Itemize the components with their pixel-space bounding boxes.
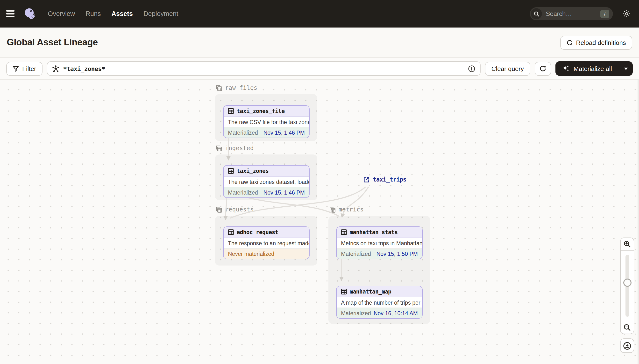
- asset-description: The raw taxi zones dataset, loaded int…: [224, 177, 309, 187]
- nav-runs[interactable]: Runs: [86, 10, 101, 18]
- filter-button[interactable]: Filter: [6, 62, 43, 76]
- top-nav: Overview Runs Assets Deployment Search… …: [0, 0, 639, 28]
- nav-assets[interactable]: Assets: [112, 10, 133, 18]
- table-icon: [341, 229, 347, 235]
- asset-node-manhattan-stats[interactable]: manhattan_stats Metrics on taxi trips in…: [336, 226, 423, 259]
- asset-status: Materialized: [228, 130, 258, 136]
- materialize-all-button[interactable]: Materialize all: [555, 65, 619, 72]
- dagster-logo-icon[interactable]: [24, 8, 36, 20]
- materialize-all-split-button: Materialize all: [555, 61, 633, 76]
- search-icon: [531, 8, 542, 19]
- filter-funnel-icon: [13, 66, 19, 72]
- asset-node-taxi-zones-file[interactable]: taxi_zones_file The raw CSV file for the…: [223, 105, 310, 138]
- zoom-out-button[interactable]: [620, 321, 634, 334]
- zoom-in-button[interactable]: [620, 238, 634, 250]
- info-icon[interactable]: [468, 65, 475, 72]
- page-header: Global Asset Lineage Reload definitions: [0, 28, 639, 58]
- zoom-slider[interactable]: [620, 250, 634, 321]
- asset-description: The response to an request made in th…: [224, 238, 309, 248]
- asset-selection-input[interactable]: *taxi_zones*: [47, 61, 481, 76]
- zoom-in-icon: [623, 240, 631, 248]
- external-link-icon: [363, 176, 369, 183]
- app-window: Overview Runs Assets Deployment Search… …: [0, 0, 639, 364]
- nav-deployment[interactable]: Deployment: [144, 10, 178, 18]
- table-icon: [341, 289, 347, 294]
- table-icon: [228, 168, 234, 174]
- graph-query-icon: [52, 65, 60, 72]
- asset-description: The raw CSV file for the taxi zones dat…: [224, 117, 309, 128]
- search-placeholder: Search…: [546, 10, 596, 18]
- asset-description: A map of the number of trips per taxi z…: [337, 298, 422, 308]
- sparkle-icon: [562, 65, 570, 72]
- zoom-slider-handle[interactable]: [623, 278, 631, 287]
- asset-node-adhoc-request[interactable]: adhoc_request The response to an request…: [223, 226, 310, 259]
- external-asset-taxi-trips[interactable]: taxi_trips: [363, 176, 406, 183]
- zoom-out-icon: [623, 324, 631, 331]
- asset-status: Materialized: [341, 251, 371, 256]
- refresh-graph-button[interactable]: [534, 62, 551, 76]
- nav-overview[interactable]: Overview: [48, 10, 75, 18]
- primary-nav: Overview Runs Assets Deployment: [48, 10, 178, 18]
- chevron-down-icon: [624, 67, 628, 70]
- asset-name: taxi_zones: [237, 168, 269, 174]
- asset-status: Never materialized: [228, 251, 274, 256]
- table-icon: [228, 108, 234, 114]
- lineage-edges: [0, 80, 639, 364]
- asset-timestamp[interactable]: Nov 16, 10:14 AM: [374, 310, 418, 316]
- zoom-controls: [620, 238, 634, 353]
- page-title: Global Asset Lineage: [7, 37, 98, 48]
- clear-query-button[interactable]: Clear query: [485, 62, 530, 76]
- search-input[interactable]: Search… /: [530, 7, 613, 20]
- lineage-toolbar: Filter *taxi_zones* Clear query: [0, 58, 639, 80]
- asset-status: Materialized: [228, 190, 258, 195]
- asset-name: manhattan_stats: [350, 229, 398, 236]
- menu-icon[interactable]: [6, 8, 17, 19]
- table-icon: [228, 229, 234, 235]
- materialize-options-button[interactable]: [619, 61, 633, 76]
- refresh-icon: [539, 65, 546, 72]
- asset-status: Materialized: [341, 310, 371, 316]
- asset-timestamp[interactable]: Nov 15, 1:46 PM: [263, 190, 305, 195]
- download-image-button[interactable]: [620, 338, 634, 353]
- asset-name: manhattan_map: [350, 288, 391, 295]
- asset-node-manhattan-map[interactable]: manhattan_map A map of the number of tri…: [336, 286, 423, 318]
- asset-selection-value: *taxi_zones*: [63, 65, 464, 72]
- asset-node-taxi-zones[interactable]: taxi_zones The raw taxi zones dataset, l…: [223, 165, 310, 198]
- asset-name: adhoc_request: [237, 229, 278, 236]
- reload-definitions-button[interactable]: Reload definitions: [560, 36, 632, 50]
- edge-taxi-trips-to-manhattan-stats: [342, 187, 369, 217]
- search-shortcut-badge: /: [600, 10, 609, 18]
- canvas-scrollbar[interactable]: [637, 80, 639, 364]
- refresh-icon: [566, 39, 572, 46]
- asset-timestamp[interactable]: Nov 15, 1:46 PM: [263, 130, 305, 136]
- download-icon: [623, 342, 631, 350]
- asset-name: taxi_zones_file: [237, 108, 285, 114]
- lineage-canvas[interactable]: raw_files ingested requests metrics: [0, 80, 639, 364]
- settings-gear-icon[interactable]: [622, 10, 631, 18]
- asset-timestamp[interactable]: Nov 15, 1:50 PM: [376, 251, 418, 256]
- asset-description: Metrics on taxi trips in Manhattan: [337, 238, 422, 248]
